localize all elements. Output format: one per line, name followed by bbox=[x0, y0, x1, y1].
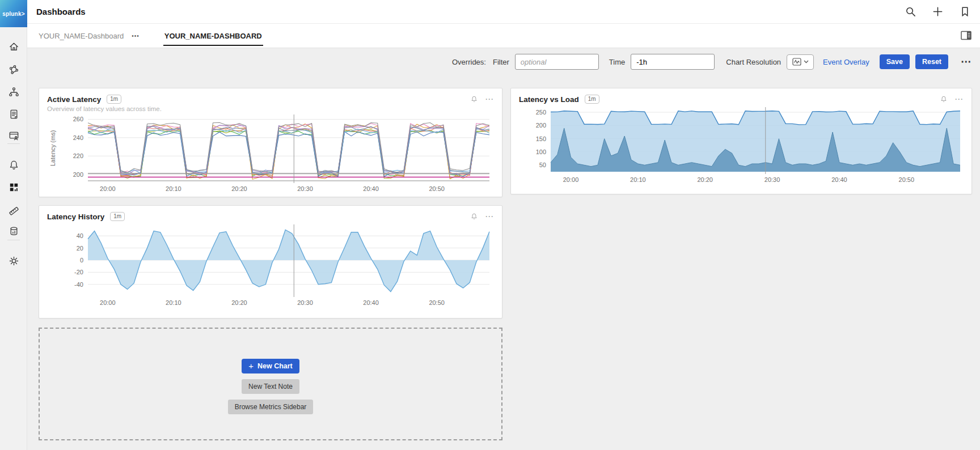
overrides-bar: Overrides: Filter Time Chart Resolution … bbox=[27, 48, 980, 75]
svg-text:50: 50 bbox=[539, 162, 546, 168]
gear-icon bbox=[8, 255, 20, 267]
browse-metrics-sidebar-button[interactable]: Browse Metrics Sidebar bbox=[228, 400, 314, 414]
svg-text:20:20: 20:20 bbox=[231, 299, 247, 306]
chart-menu-dots[interactable]: ⋯ bbox=[485, 97, 494, 101]
resolution-badge: 1m bbox=[110, 212, 125, 221]
latency-history-chart[interactable]: 40200-20-4020:0020:1020:2020:3020:4020:5… bbox=[47, 221, 495, 312]
svg-text:40: 40 bbox=[77, 232, 83, 239]
log-document-icon bbox=[8, 108, 20, 120]
database-icon bbox=[8, 226, 20, 237]
svg-text:200: 200 bbox=[73, 171, 83, 178]
svg-text:20:20: 20:20 bbox=[231, 185, 247, 192]
alert-bell-icon[interactable] bbox=[940, 95, 948, 103]
ruler-icon bbox=[8, 203, 20, 215]
svg-text:-20: -20 bbox=[74, 269, 83, 275]
active-latency-chart[interactable]: 20022024026020:0020:1020:2020:3020:4020:… bbox=[47, 112, 495, 196]
reset-button[interactable]: Reset bbox=[915, 54, 948, 69]
chart-resolution-dropdown[interactable] bbox=[787, 54, 814, 70]
alert-bell-icon[interactable] bbox=[470, 213, 478, 220]
time-label: Time bbox=[609, 58, 625, 66]
chart-menu-dots[interactable]: ⋯ bbox=[954, 97, 964, 101]
chart-menu-dots[interactable]: ⋯ bbox=[485, 214, 494, 219]
chart-subtitle: Overview of latency values across time. bbox=[39, 104, 502, 112]
card-active-latency: Active Latency 1m ⋯ Overview of latency … bbox=[39, 88, 502, 197]
sidebar-item-apm[interactable] bbox=[7, 63, 20, 77]
chart-resolution-label: Chart Resolution bbox=[726, 58, 781, 66]
svg-text:0: 0 bbox=[80, 257, 83, 264]
svg-text:250: 250 bbox=[536, 109, 546, 116]
sidebar-item-metrics[interactable] bbox=[7, 202, 20, 216]
plus-icon[interactable] bbox=[932, 6, 944, 18]
new-text-note-button[interactable]: New Text Note bbox=[242, 379, 299, 394]
sidebar-item-alerts[interactable] bbox=[7, 158, 20, 172]
svg-text:150: 150 bbox=[536, 135, 546, 142]
filter-label: Filter bbox=[493, 58, 509, 66]
sidebar-item-dashboards[interactable] bbox=[7, 180, 20, 194]
svg-text:20:50: 20:50 bbox=[429, 299, 445, 306]
resolution-chart-icon bbox=[792, 58, 801, 66]
svg-text:20:10: 20:10 bbox=[166, 185, 181, 192]
overrides-more-menu[interactable]: ⋯ bbox=[961, 59, 972, 65]
app-header: Dashboards bbox=[27, 0, 980, 24]
card-latency-vs-load: Latency vs Load 1m ⋯ 5010015020025020:00… bbox=[510, 88, 972, 194]
resolution-badge: 1m bbox=[107, 95, 121, 104]
chart-title: Latency History bbox=[47, 213, 104, 221]
overrides-label: Overrides: bbox=[452, 58, 486, 66]
svg-text:20:00: 20:00 bbox=[563, 176, 579, 183]
panel-toggle-icon[interactable] bbox=[961, 31, 972, 41]
svg-text:20:20: 20:20 bbox=[697, 176, 713, 183]
splunk-logo[interactable]: splunk> bbox=[0, 0, 27, 27]
dashboard-tab-row: YOUR_NAME-Dashboard ••• YOUR_NAME-DASHBO… bbox=[27, 24, 980, 48]
dashboards-grid-icon bbox=[8, 181, 20, 193]
sidebar-divider bbox=[7, 240, 20, 240]
tab-your-name-dashboard[interactable]: YOUR_NAME-DASHBOARD bbox=[163, 26, 263, 46]
svg-text:20:30: 20:30 bbox=[297, 299, 313, 306]
svg-text:20:40: 20:40 bbox=[831, 176, 847, 183]
svg-text:20: 20 bbox=[77, 245, 83, 252]
svg-text:100: 100 bbox=[536, 148, 546, 155]
resolution-badge: 1m bbox=[585, 95, 599, 104]
svg-text:20:10: 20:10 bbox=[166, 299, 181, 306]
svg-text:20:30: 20:30 bbox=[764, 176, 780, 183]
svg-text:20:00: 20:00 bbox=[100, 185, 116, 192]
new-chart-label: New Chart bbox=[257, 362, 293, 370]
sidebar-item-infrastructure[interactable] bbox=[7, 85, 20, 99]
event-overlay-link[interactable]: Event Overlay bbox=[823, 58, 869, 66]
save-button[interactable]: Save bbox=[880, 54, 910, 69]
svg-text:200: 200 bbox=[536, 122, 546, 129]
svg-text:-40: -40 bbox=[74, 281, 83, 288]
dashboard-group-name[interactable]: YOUR_NAME-Dashboard bbox=[39, 32, 124, 40]
dashboard-group-menu[interactable]: ••• bbox=[132, 33, 140, 39]
bookmark-icon[interactable] bbox=[959, 6, 971, 18]
hierarchy-icon bbox=[8, 86, 20, 98]
sidebar-item-rum[interactable] bbox=[7, 129, 20, 142]
svg-text:20:50: 20:50 bbox=[429, 185, 445, 192]
sidebar-item-datasets[interactable] bbox=[7, 224, 20, 238]
latency-vs-load-chart[interactable]: 5010015020025020:0020:1020:2020:3020:402… bbox=[519, 104, 965, 188]
search-icon[interactable] bbox=[905, 6, 916, 18]
plus-icon: + bbox=[248, 363, 254, 369]
svg-text:20:00: 20:00 bbox=[100, 299, 116, 306]
network-graph-icon bbox=[8, 64, 20, 76]
left-nav-rail: splunk> bbox=[0, 0, 27, 450]
svg-text:20:10: 20:10 bbox=[630, 176, 646, 183]
bell-icon bbox=[8, 159, 20, 171]
svg-text:Latency (ms): Latency (ms) bbox=[49, 130, 56, 167]
filter-input[interactable] bbox=[515, 54, 599, 70]
chart-title: Latency vs Load bbox=[519, 95, 579, 104]
svg-text:20:40: 20:40 bbox=[363, 299, 379, 306]
time-input[interactable] bbox=[631, 54, 715, 70]
page-title: Dashboards bbox=[36, 7, 86, 16]
chevron-down-icon bbox=[804, 60, 809, 63]
chart-title: Active Latency bbox=[47, 95, 101, 104]
new-widget-dropzone: + New Chart New Text Note Browse Metrics… bbox=[39, 328, 502, 440]
sidebar-item-home[interactable] bbox=[7, 40, 20, 53]
sidebar-item-settings[interactable] bbox=[7, 254, 20, 268]
sidebar-item-log-observer[interactable] bbox=[7, 107, 20, 121]
svg-text:20:30: 20:30 bbox=[297, 185, 313, 192]
new-chart-button[interactable]: + New Chart bbox=[242, 359, 299, 373]
dashboard-body: Overrides: Filter Time Chart Resolution … bbox=[27, 48, 980, 450]
alert-bell-icon[interactable] bbox=[470, 95, 478, 103]
sidebar-divider bbox=[7, 143, 20, 144]
card-latency-history: Latency History 1m ⋯ 40200-20-4020:0020:… bbox=[39, 205, 502, 319]
